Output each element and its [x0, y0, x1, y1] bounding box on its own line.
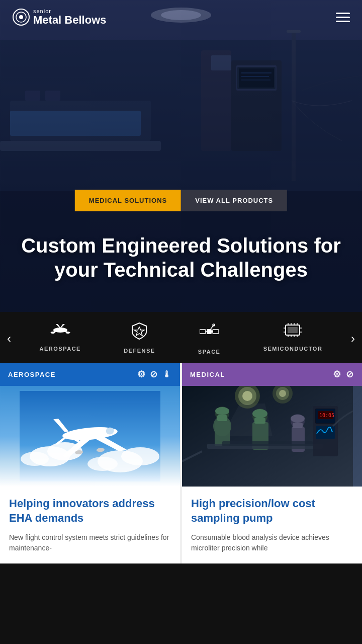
svg-rect-32: [213, 330, 219, 334]
svg-point-81: [291, 415, 305, 423]
category-items: AEROSPACE DEFENSE: [18, 322, 344, 355]
cat-label-space: SPACE: [198, 349, 221, 355]
gear-icon-medical: ⚙: [333, 369, 342, 380]
medical-card-category: MEDICAL: [190, 371, 225, 378]
svg-rect-80: [293, 423, 303, 428]
header: senior Metal Bellows: [0, 0, 362, 34]
temp-icon: 🌡: [162, 369, 172, 380]
svg-point-28: [66, 332, 70, 334]
cancel-icon-medical: ⊘: [346, 369, 354, 380]
cat-prev-arrow[interactable]: ‹: [0, 332, 18, 346]
cat-next-arrow[interactable]: ›: [344, 332, 362, 346]
hero-buttons: MEDICAL SOLUTIONS VIEW ALL PRODUCTS: [75, 190, 287, 211]
svg-point-77: [252, 409, 267, 418]
cat-item-defense[interactable]: DEFENSE: [124, 322, 155, 355]
cat-label-defense: DEFENSE: [124, 348, 155, 354]
logo-icon: [12, 8, 30, 26]
aerospace-card: AEROSPACE ⚙ ⊘ 🌡: [0, 363, 180, 564]
hero-title: Custom Engineered Solutions for your Tec…: [0, 233, 362, 282]
cat-label-semiconductor: SEMICONDUCTOR: [263, 346, 323, 352]
hero-section: senior Metal Bellows MEDICAL SOLUTIONS V…: [0, 0, 362, 312]
semiconductor-icon: [282, 322, 304, 341]
medical-card-photo: 10:05: [182, 386, 362, 487]
svg-rect-31: [200, 330, 206, 334]
defense-icon: [130, 322, 148, 343]
svg-rect-83: [222, 441, 313, 446]
aerospace-icon: [49, 322, 72, 341]
svg-point-54: [21, 452, 49, 466]
cat-item-semiconductor[interactable]: SEMICONDUCTOR: [263, 322, 323, 355]
aerospace-card-category: AEROSPACE: [8, 371, 56, 378]
aerospace-card-header-icons: ⚙ ⊘ 🌡: [137, 369, 172, 380]
cat-label-aerospace: AEROSPACE: [40, 346, 81, 352]
aerospace-card-title: Helping innovators address EHA demands: [9, 497, 171, 525]
svg-point-25: [19, 15, 23, 19]
svg-point-68: [279, 390, 286, 397]
medical-card-body: High precision/low cost sampling pump Co…: [182, 487, 362, 564]
menu-button[interactable]: [336, 13, 350, 22]
medical-solutions-button[interactable]: MEDICAL SOLUTIONS: [75, 190, 181, 211]
cat-item-space[interactable]: SPACE: [198, 322, 221, 355]
view-all-products-button[interactable]: VIEW ALL PRODUCTS: [181, 190, 287, 211]
svg-rect-72: [217, 415, 227, 421]
medical-card-header: MEDICAL ⚙ ⊘: [182, 363, 362, 386]
logo: senior Metal Bellows: [12, 8, 106, 26]
aerospace-card-photo: [0, 386, 180, 487]
svg-marker-29: [134, 327, 144, 336]
medical-card-desc: Consumable blood analysis device achieve…: [191, 532, 353, 553]
medical-card-title: High precision/low cost sampling pump: [191, 497, 353, 525]
medical-card: MEDICAL ⚙ ⊘: [182, 363, 362, 564]
svg-point-56: [121, 447, 159, 465]
svg-text:10:05: 10:05: [319, 413, 334, 418]
cat-item-aerospace[interactable]: AEROSPACE: [40, 322, 81, 355]
svg-rect-30: [207, 329, 212, 334]
svg-rect-76: [254, 418, 265, 424]
cards-section: AEROSPACE ⚙ ⊘ 🌡: [0, 363, 362, 564]
svg-point-57: [87, 457, 118, 471]
aerospace-card-body: Helping innovators address EHA demands N…: [0, 487, 180, 564]
gear-icon: ⚙: [137, 369, 146, 380]
svg-point-65: [242, 391, 252, 401]
aerospace-card-desc: New flight control system meets strict g…: [9, 532, 171, 553]
cancel-icon: ⊘: [150, 369, 158, 380]
medical-card-header-icons: ⚙ ⊘: [333, 369, 354, 380]
logo-text: senior Metal Bellows: [33, 8, 106, 26]
svg-point-73: [215, 407, 229, 415]
space-icon: [200, 322, 219, 344]
aerospace-card-header: AEROSPACE ⚙ ⊘ 🌡: [0, 363, 180, 386]
svg-rect-38: [288, 327, 298, 333]
svg-point-27: [51, 332, 55, 334]
category-nav: ‹ AEROSPACE: [0, 312, 362, 363]
